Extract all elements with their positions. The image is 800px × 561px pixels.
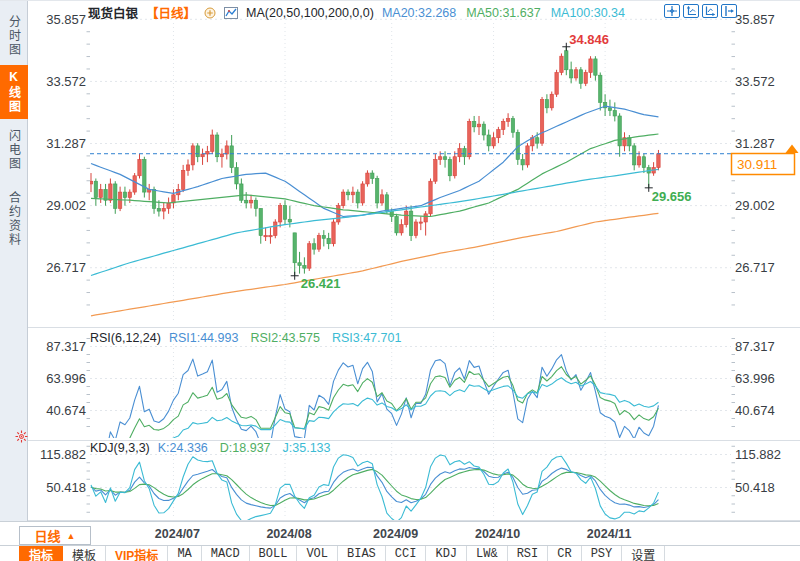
svg-text:26.717: 26.717	[735, 260, 775, 275]
period-selector-label: 日线	[35, 526, 61, 545]
toolbar-item-3[interactable]: VIP指标	[106, 546, 168, 561]
kdj-value-3: J:35.133	[283, 441, 331, 455]
svg-text:63.996: 63.996	[46, 371, 86, 386]
circle-plus-icon[interactable]	[204, 7, 216, 19]
axis-scale-right-icon[interactable]	[702, 4, 718, 18]
period-selector[interactable]: 日线 ▲	[19, 526, 91, 545]
rsi-value-2: RSI2:43.575	[250, 331, 320, 345]
svg-text:29.002: 29.002	[46, 198, 86, 213]
svg-text:33.572: 33.572	[46, 74, 86, 89]
month-label-3: 2024/09	[373, 527, 418, 541]
kdj-value-2: D:18.937	[220, 441, 271, 455]
kdj-value-1: K:24.336	[158, 441, 208, 455]
toolbar-item-10[interactable]: KDJ	[426, 546, 467, 561]
svg-text:63.996: 63.996	[735, 371, 775, 386]
svg-text:31.287: 31.287	[735, 136, 775, 151]
svg-text:115.882: 115.882	[735, 447, 781, 462]
rsi-value-1: RSI1:44.993	[169, 331, 239, 345]
triangle-up-icon: ▲	[67, 531, 76, 541]
toolbar-item-7[interactable]: VOL	[297, 546, 338, 561]
svg-text:35.857: 35.857	[735, 12, 775, 27]
svg-text:31.287: 31.287	[46, 136, 86, 151]
crosshair-icon[interactable]	[664, 4, 680, 18]
flash-quote-icon[interactable]	[15, 429, 28, 447]
toolbar-item-4[interactable]: MA	[168, 546, 201, 561]
toolbar-item-11[interactable]: LW&	[467, 546, 508, 561]
svg-text:33.572: 33.572	[735, 74, 775, 89]
toolbar-item-13[interactable]: CR	[548, 546, 581, 561]
svg-text:29.002: 29.002	[735, 198, 775, 213]
trading-chart-window: 分时图K线图闪电图合约资料 35.85735.85733.57233.57231…	[0, 0, 800, 561]
month-label-4: 2024/10	[475, 527, 520, 541]
indicator-toolbar: 指标模板VIP指标MAMACDBOLLVOLBIASCCIKDJLW&RSICR…	[0, 545, 800, 561]
ma-value-2: MA50:31.637	[466, 6, 540, 20]
toolbar-item-15[interactable]: 设置	[622, 546, 665, 561]
rsi-values: RSI1:44.993RSI2:43.575RSI3:47.701	[169, 331, 402, 345]
svg-text:26.421: 26.421	[301, 276, 341, 291]
kdj-pane-header: KDJ(9,3,3) K:24.336D:18.937J:35.133	[90, 441, 331, 455]
toolbar-item-12[interactable]: RSI	[508, 546, 549, 561]
svg-text:50.418: 50.418	[46, 480, 86, 495]
svg-text:87.317: 87.317	[735, 339, 775, 354]
toolbar-item-14[interactable]: PSY	[582, 546, 623, 561]
ma-value-1: MA20:32.268	[382, 6, 456, 20]
rsi-pane-header: RSI(6,12,24) RSI1:44.993RSI2:43.575RSI3:…	[90, 331, 401, 345]
svg-text:50.418: 50.418	[735, 480, 775, 495]
toolbar-item-5[interactable]: MACD	[202, 546, 250, 561]
svg-text:87.317: 87.317	[46, 339, 86, 354]
month-label-5: 2024/11	[587, 527, 632, 541]
svg-text:30.911: 30.911	[737, 157, 777, 172]
ma-params-label: MA(20,50,100,200,0,0)	[246, 6, 374, 20]
svg-text:115.882: 115.882	[40, 447, 86, 462]
indicator-chart-icon[interactable]	[224, 7, 238, 19]
kdj-values: K:24.336D:18.937J:35.133	[158, 441, 331, 455]
toolbar-item-6[interactable]: BOLL	[250, 546, 298, 561]
month-label-1: 2024/07	[155, 527, 200, 541]
ma-values: MA20:32.268MA50:31.637MA100:30.34	[382, 6, 625, 20]
toolbar-item-8[interactable]: BIAS	[338, 546, 386, 561]
main-chart-header: 现货白银 【日线】 MA(20,50,100,200,0,0) MA20:32.…	[88, 3, 625, 22]
svg-text:40.674: 40.674	[735, 403, 775, 418]
rsi-params-label: RSI(6,12,24)	[90, 331, 161, 345]
chart-tool-icons	[664, 4, 737, 18]
toolbar-item-2[interactable]: 模板	[63, 546, 106, 561]
rsi-value-3: RSI3:47.701	[332, 331, 402, 345]
month-label-2: 2024/08	[266, 527, 311, 541]
svg-text:34.846: 34.846	[569, 32, 609, 47]
axis-scale-up-icon[interactable]	[683, 4, 699, 18]
svg-text:35.857: 35.857	[46, 12, 86, 27]
symbol-name: 现货白银	[88, 3, 138, 22]
ma-value-3: MA100:30.34	[551, 6, 625, 20]
kdj-params-label: KDJ(9,3,3)	[90, 441, 150, 455]
svg-text:40.674: 40.674	[46, 403, 86, 418]
period-badge: 【日线】	[146, 3, 196, 22]
time-axis-row: 日线 ▲ 2024/072024/082024/092024/102024/11	[0, 521, 800, 545]
toolbar-item-1[interactable]: 指标	[19, 546, 63, 561]
toolbar-item-9[interactable]: CCI	[386, 546, 427, 561]
goto-latest-icon[interactable]	[721, 4, 737, 18]
svg-text:29.656: 29.656	[652, 189, 692, 204]
svg-text:26.717: 26.717	[46, 260, 86, 275]
